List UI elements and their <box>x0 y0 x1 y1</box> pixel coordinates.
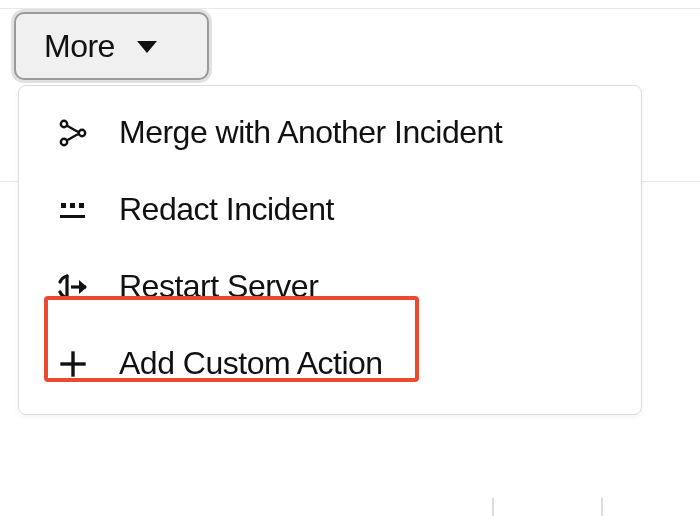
more-dropdown: Merge with Another Incident Redact Incid… <box>18 85 642 415</box>
menu-item-label: Add Custom Action <box>119 345 383 382</box>
chevron-down-icon <box>137 41 157 53</box>
svg-rect-6 <box>60 215 85 218</box>
menu-item-label: Redact Incident <box>119 191 334 228</box>
menu-item-redact[interactable]: Redact Incident <box>19 171 641 248</box>
svg-rect-4 <box>70 203 75 208</box>
svg-point-2 <box>79 129 85 135</box>
divider <box>492 498 494 516</box>
menu-item-label: Restart Server <box>119 268 318 305</box>
plus-icon <box>55 346 91 382</box>
svg-rect-5 <box>79 203 84 208</box>
divider <box>601 498 603 516</box>
menu-item-add-custom-action[interactable]: Add Custom Action <box>19 325 641 402</box>
restart-icon <box>55 269 91 305</box>
more-button-label: More <box>44 28 115 65</box>
redact-icon <box>55 192 91 228</box>
more-button[interactable]: More <box>14 12 209 80</box>
divider <box>0 8 700 9</box>
merge-icon <box>55 115 91 151</box>
svg-rect-3 <box>61 203 66 208</box>
menu-item-restart-server[interactable]: Restart Server <box>19 248 641 325</box>
menu-item-merge[interactable]: Merge with Another Incident <box>19 94 641 171</box>
menu-item-label: Merge with Another Incident <box>119 114 502 151</box>
